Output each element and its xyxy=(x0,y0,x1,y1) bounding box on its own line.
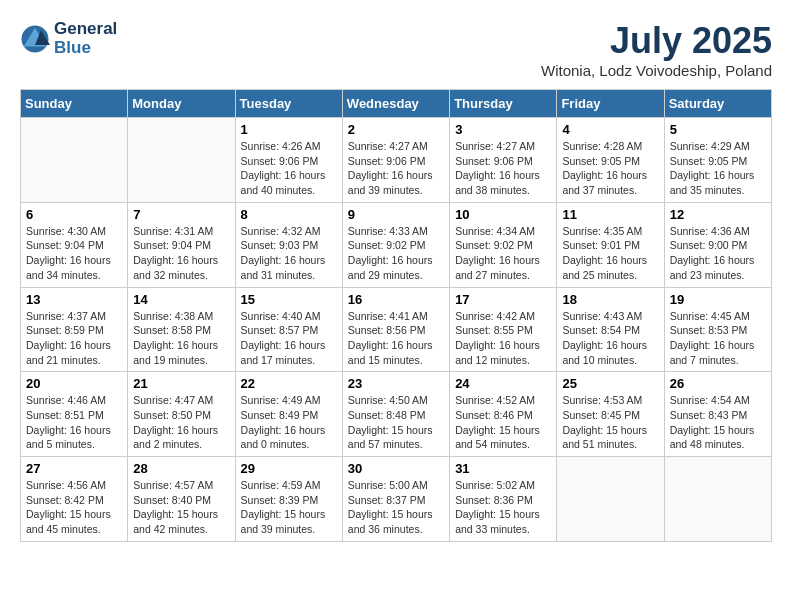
day-info: Sunrise: 4:38 AMSunset: 8:58 PMDaylight:… xyxy=(133,309,229,368)
day-number: 26 xyxy=(670,376,766,391)
calendar-week-row: 13Sunrise: 4:37 AMSunset: 8:59 PMDayligh… xyxy=(21,287,772,372)
day-number: 5 xyxy=(670,122,766,137)
day-number: 21 xyxy=(133,376,229,391)
day-info: Sunrise: 4:32 AMSunset: 9:03 PMDaylight:… xyxy=(241,224,337,283)
logo-text-line1: General xyxy=(54,20,117,39)
weekday-header-monday: Monday xyxy=(128,90,235,118)
day-info: Sunrise: 4:54 AMSunset: 8:43 PMDaylight:… xyxy=(670,393,766,452)
day-info: Sunrise: 5:02 AMSunset: 8:36 PMDaylight:… xyxy=(455,478,551,537)
calendar-week-row: 6Sunrise: 4:30 AMSunset: 9:04 PMDaylight… xyxy=(21,202,772,287)
weekday-header-row: SundayMondayTuesdayWednesdayThursdayFrid… xyxy=(21,90,772,118)
weekday-header-thursday: Thursday xyxy=(450,90,557,118)
day-number: 15 xyxy=(241,292,337,307)
day-info: Sunrise: 4:41 AMSunset: 8:56 PMDaylight:… xyxy=(348,309,444,368)
calendar-cell xyxy=(21,118,128,203)
calendar-cell: 28Sunrise: 4:57 AMSunset: 8:40 PMDayligh… xyxy=(128,457,235,542)
day-number: 28 xyxy=(133,461,229,476)
calendar-cell: 21Sunrise: 4:47 AMSunset: 8:50 PMDayligh… xyxy=(128,372,235,457)
calendar-week-row: 20Sunrise: 4:46 AMSunset: 8:51 PMDayligh… xyxy=(21,372,772,457)
day-number: 1 xyxy=(241,122,337,137)
title-section: July 2025 Witonia, Lodz Voivodeship, Pol… xyxy=(541,20,772,79)
calendar-cell: 10Sunrise: 4:34 AMSunset: 9:02 PMDayligh… xyxy=(450,202,557,287)
page-header: General Blue July 2025 Witonia, Lodz Voi… xyxy=(20,20,772,79)
day-number: 12 xyxy=(670,207,766,222)
day-info: Sunrise: 4:31 AMSunset: 9:04 PMDaylight:… xyxy=(133,224,229,283)
day-number: 31 xyxy=(455,461,551,476)
day-number: 9 xyxy=(348,207,444,222)
calendar-cell: 23Sunrise: 4:50 AMSunset: 8:48 PMDayligh… xyxy=(342,372,449,457)
day-info: Sunrise: 4:36 AMSunset: 9:00 PMDaylight:… xyxy=(670,224,766,283)
calendar-cell: 15Sunrise: 4:40 AMSunset: 8:57 PMDayligh… xyxy=(235,287,342,372)
logo: General Blue xyxy=(20,20,117,57)
calendar-cell: 27Sunrise: 4:56 AMSunset: 8:42 PMDayligh… xyxy=(21,457,128,542)
day-info: Sunrise: 4:56 AMSunset: 8:42 PMDaylight:… xyxy=(26,478,122,537)
day-info: Sunrise: 4:29 AMSunset: 9:05 PMDaylight:… xyxy=(670,139,766,198)
calendar-cell: 14Sunrise: 4:38 AMSunset: 8:58 PMDayligh… xyxy=(128,287,235,372)
day-number: 29 xyxy=(241,461,337,476)
day-number: 19 xyxy=(670,292,766,307)
day-info: Sunrise: 4:33 AMSunset: 9:02 PMDaylight:… xyxy=(348,224,444,283)
day-info: Sunrise: 4:40 AMSunset: 8:57 PMDaylight:… xyxy=(241,309,337,368)
calendar-cell: 20Sunrise: 4:46 AMSunset: 8:51 PMDayligh… xyxy=(21,372,128,457)
calendar-cell: 8Sunrise: 4:32 AMSunset: 9:03 PMDaylight… xyxy=(235,202,342,287)
calendar-header: SundayMondayTuesdayWednesdayThursdayFrid… xyxy=(21,90,772,118)
calendar-cell: 31Sunrise: 5:02 AMSunset: 8:36 PMDayligh… xyxy=(450,457,557,542)
day-info: Sunrise: 4:53 AMSunset: 8:45 PMDaylight:… xyxy=(562,393,658,452)
day-number: 17 xyxy=(455,292,551,307)
calendar-cell: 24Sunrise: 4:52 AMSunset: 8:46 PMDayligh… xyxy=(450,372,557,457)
calendar-cell: 12Sunrise: 4:36 AMSunset: 9:00 PMDayligh… xyxy=(664,202,771,287)
calendar-body: 1Sunrise: 4:26 AMSunset: 9:06 PMDaylight… xyxy=(21,118,772,542)
calendar-cell: 18Sunrise: 4:43 AMSunset: 8:54 PMDayligh… xyxy=(557,287,664,372)
calendar-cell: 7Sunrise: 4:31 AMSunset: 9:04 PMDaylight… xyxy=(128,202,235,287)
calendar-cell: 11Sunrise: 4:35 AMSunset: 9:01 PMDayligh… xyxy=(557,202,664,287)
weekday-header-tuesday: Tuesday xyxy=(235,90,342,118)
day-number: 27 xyxy=(26,461,122,476)
day-info: Sunrise: 4:59 AMSunset: 8:39 PMDaylight:… xyxy=(241,478,337,537)
day-number: 3 xyxy=(455,122,551,137)
calendar-week-row: 1Sunrise: 4:26 AMSunset: 9:06 PMDaylight… xyxy=(21,118,772,203)
day-number: 24 xyxy=(455,376,551,391)
day-info: Sunrise: 4:35 AMSunset: 9:01 PMDaylight:… xyxy=(562,224,658,283)
day-info: Sunrise: 4:28 AMSunset: 9:05 PMDaylight:… xyxy=(562,139,658,198)
day-info: Sunrise: 4:47 AMSunset: 8:50 PMDaylight:… xyxy=(133,393,229,452)
calendar-cell xyxy=(664,457,771,542)
logo-text-line2: Blue xyxy=(54,39,117,58)
calendar-cell: 26Sunrise: 4:54 AMSunset: 8:43 PMDayligh… xyxy=(664,372,771,457)
day-number: 30 xyxy=(348,461,444,476)
day-info: Sunrise: 4:34 AMSunset: 9:02 PMDaylight:… xyxy=(455,224,551,283)
month-year-title: July 2025 xyxy=(541,20,772,62)
logo-icon xyxy=(20,24,50,54)
day-info: Sunrise: 4:45 AMSunset: 8:53 PMDaylight:… xyxy=(670,309,766,368)
calendar-cell: 17Sunrise: 4:42 AMSunset: 8:55 PMDayligh… xyxy=(450,287,557,372)
day-number: 23 xyxy=(348,376,444,391)
calendar-table: SundayMondayTuesdayWednesdayThursdayFrid… xyxy=(20,89,772,542)
day-info: Sunrise: 4:42 AMSunset: 8:55 PMDaylight:… xyxy=(455,309,551,368)
calendar-week-row: 27Sunrise: 4:56 AMSunset: 8:42 PMDayligh… xyxy=(21,457,772,542)
calendar-cell: 19Sunrise: 4:45 AMSunset: 8:53 PMDayligh… xyxy=(664,287,771,372)
day-info: Sunrise: 4:43 AMSunset: 8:54 PMDaylight:… xyxy=(562,309,658,368)
day-info: Sunrise: 4:50 AMSunset: 8:48 PMDaylight:… xyxy=(348,393,444,452)
day-info: Sunrise: 4:27 AMSunset: 9:06 PMDaylight:… xyxy=(348,139,444,198)
weekday-header-friday: Friday xyxy=(557,90,664,118)
day-info: Sunrise: 5:00 AMSunset: 8:37 PMDaylight:… xyxy=(348,478,444,537)
day-number: 11 xyxy=(562,207,658,222)
calendar-cell: 4Sunrise: 4:28 AMSunset: 9:05 PMDaylight… xyxy=(557,118,664,203)
calendar-cell: 9Sunrise: 4:33 AMSunset: 9:02 PMDaylight… xyxy=(342,202,449,287)
calendar-cell: 16Sunrise: 4:41 AMSunset: 8:56 PMDayligh… xyxy=(342,287,449,372)
day-number: 8 xyxy=(241,207,337,222)
day-info: Sunrise: 4:27 AMSunset: 9:06 PMDaylight:… xyxy=(455,139,551,198)
day-info: Sunrise: 4:30 AMSunset: 9:04 PMDaylight:… xyxy=(26,224,122,283)
calendar-cell: 3Sunrise: 4:27 AMSunset: 9:06 PMDaylight… xyxy=(450,118,557,203)
calendar-cell: 13Sunrise: 4:37 AMSunset: 8:59 PMDayligh… xyxy=(21,287,128,372)
day-number: 22 xyxy=(241,376,337,391)
calendar-cell: 30Sunrise: 5:00 AMSunset: 8:37 PMDayligh… xyxy=(342,457,449,542)
day-number: 4 xyxy=(562,122,658,137)
day-number: 18 xyxy=(562,292,658,307)
day-number: 13 xyxy=(26,292,122,307)
calendar-cell: 2Sunrise: 4:27 AMSunset: 9:06 PMDaylight… xyxy=(342,118,449,203)
day-number: 2 xyxy=(348,122,444,137)
day-info: Sunrise: 4:49 AMSunset: 8:49 PMDaylight:… xyxy=(241,393,337,452)
day-info: Sunrise: 4:57 AMSunset: 8:40 PMDaylight:… xyxy=(133,478,229,537)
day-number: 16 xyxy=(348,292,444,307)
day-number: 10 xyxy=(455,207,551,222)
